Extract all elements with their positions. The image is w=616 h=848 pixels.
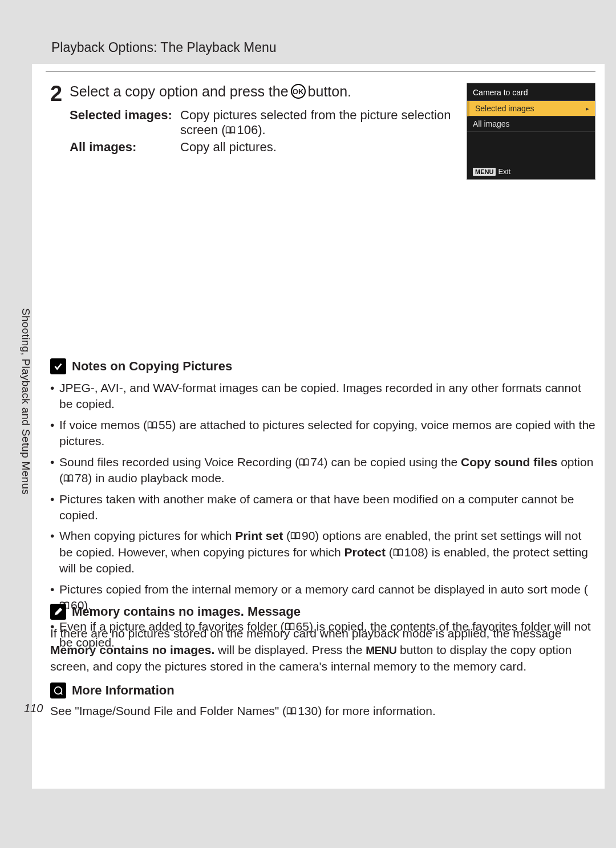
page-ref-icon: 90 <box>290 528 315 544</box>
camera-screen: Camera to card Selected images All image… <box>467 83 595 180</box>
warning-icon <box>50 358 66 374</box>
step-title-pre: Select a copy option and press the <box>70 83 289 100</box>
page-ref-icon: 130 <box>286 704 318 718</box>
notes-list-item: Sound files recorded using Voice Recordi… <box>50 454 595 487</box>
camera-menu-item-label: Selected images <box>475 104 534 113</box>
page-ref-icon: 55 <box>147 417 172 433</box>
step-title-post: button. <box>308 83 351 100</box>
notes-heading: Notes on Copying Pictures <box>50 358 595 374</box>
notes-list-item: When copying pictures for which Print se… <box>50 528 595 576</box>
more-info-icon <box>50 683 66 698</box>
camera-menu-item-all-images[interactable]: All images <box>467 116 595 132</box>
def-term: All images: <box>70 140 180 155</box>
message-body: If there are no pictures stored on the m… <box>50 625 595 675</box>
camera-exit-label: MENUExit <box>473 167 510 176</box>
side-tab <box>0 492 32 791</box>
def-term: Selected images: <box>70 108 180 138</box>
def-desc: Copy all pictures. <box>180 140 459 155</box>
def-desc: Copy pictures selected from the picture … <box>180 108 459 138</box>
step-number: 2 <box>50 83 70 104</box>
camera-screen-title: Camera to card <box>467 83 595 101</box>
menu-word: MENU <box>366 644 396 656</box>
divider <box>46 71 595 72</box>
def-all-images: All images: Copy all pictures. <box>70 140 459 155</box>
menu-badge-icon: MENU <box>473 168 496 176</box>
ok-button-icon: OK <box>291 84 306 99</box>
pencil-icon <box>50 604 66 620</box>
page-ref-icon: 108 <box>393 544 424 560</box>
def-selected-images: Selected images: Copy pictures selected … <box>70 108 459 138</box>
more-info-heading: More Information <box>50 683 595 698</box>
more-info-body: See "Image/Sound File and Folder Names" … <box>50 704 595 718</box>
page-ref-icon: 74 <box>299 454 323 470</box>
page-header-title: Playback Options: The Playback Menu <box>51 40 277 55</box>
message-heading: Memory contains no images. Message <box>50 604 595 620</box>
notes-list-item: Pictures taken with another make of came… <box>50 491 595 524</box>
page-number: 110 <box>24 702 43 715</box>
section-tab-label: Shooting, Playback and Setup Menus <box>19 308 32 495</box>
page-ref-icon: 106 <box>225 123 258 138</box>
camera-menu-item-selected-images[interactable]: Selected images <box>467 101 595 116</box>
page-ref-icon: 78 <box>63 470 88 486</box>
notes-list-item: JPEG-, AVI-, and WAV-format images can b… <box>50 380 595 413</box>
notes-list-item: If voice memos (55) are attached to pict… <box>50 417 595 450</box>
